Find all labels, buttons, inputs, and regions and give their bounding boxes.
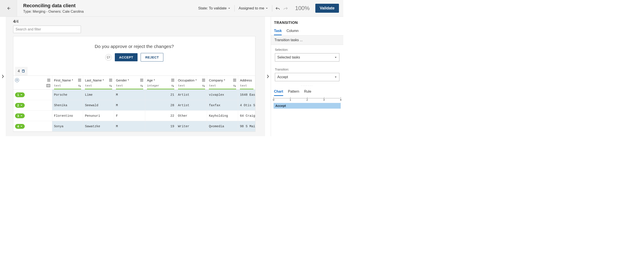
tab-pattern[interactable]: Pattern: [288, 88, 299, 96]
top-bar: Reconciling data client Type: Merging - …: [0, 0, 343, 17]
chevron-right-icon: [266, 74, 269, 79]
chevron-down-icon: [20, 115, 22, 117]
page-title: Reconciling data client: [23, 3, 194, 9]
chevron-down-icon: [20, 94, 22, 96]
chart-area: 0 1 2 3 4 Accept: [271, 96, 343, 109]
changes-card: Do you approve or reject the changes? AC…: [13, 36, 256, 132]
transition-dropdown[interactable]: Accept: [275, 73, 340, 81]
table-header: First_Name * text Last_Name * text Gende…: [13, 76, 255, 90]
sort-icon[interactable]: [109, 84, 112, 87]
chevron-down-icon: [20, 125, 22, 127]
row-count-tab[interactable]: 4: [15, 67, 28, 76]
copy-icon: [22, 69, 25, 73]
undo-icon[interactable]: [275, 6, 280, 10]
chevron-down-icon: [228, 7, 230, 10]
reject-button[interactable]: REJECT: [140, 53, 163, 62]
transition-label: Transition:: [275, 68, 340, 71]
column-menu-icon[interactable]: [202, 79, 205, 82]
transition-header: TRANSITION: [271, 17, 343, 26]
chevron-down-icon: [20, 104, 22, 106]
annotate-button[interactable]: [105, 54, 112, 61]
table-body: 1 Porsche Lime M 21 Artist vivaplex 1648…: [13, 90, 255, 132]
counter-current: 4: [13, 19, 15, 24]
left-expand-rail[interactable]: [0, 17, 6, 136]
table-row[interactable]: 1 Porsche Lime M 21 Artist vivaplex 1648…: [13, 90, 255, 100]
back-button[interactable]: [0, 0, 17, 17]
chevron-down-icon: [334, 76, 337, 78]
row-pill[interactable]: 3: [15, 113, 25, 118]
panel-resize-handle[interactable]: ╴╴╴╴╴╴╴: [271, 84, 343, 87]
table-row[interactable]: 3 Florentino Penunuri F 22 Other Kayhold…: [13, 111, 255, 121]
transition-subtitle: Transition tasks ...: [271, 36, 343, 45]
chart-bar-accept[interactable]: Accept: [274, 103, 341, 109]
data-table: First_Name * text Last_Name * text Gende…: [13, 76, 255, 132]
record-counter: 4/4: [13, 17, 265, 26]
chevron-down-icon: [16, 79, 18, 81]
row-number-header: [13, 76, 52, 89]
selection-dropdown[interactable]: Selected tasks: [275, 53, 340, 62]
main-area: 4/4 Do you approve or reject the changes…: [0, 17, 343, 136]
col-age[interactable]: Age * integer: [145, 76, 176, 89]
tab-chart[interactable]: Chart: [274, 88, 283, 96]
selection-section: Selection: Selected tasks: [271, 45, 343, 65]
count-tab-wrap: 4: [13, 67, 255, 76]
sort-icon[interactable]: [233, 84, 236, 87]
state-dropdown[interactable]: State: To validate: [194, 0, 234, 17]
zoom-level[interactable]: 100%: [291, 0, 314, 17]
tab-rule[interactable]: Rule: [304, 88, 311, 96]
validate-button[interactable]: Validate: [315, 4, 339, 13]
transition-tabs: Task Column: [271, 26, 343, 36]
col-first-name[interactable]: First_Name * text: [52, 76, 83, 89]
column-menu-icon[interactable]: [233, 79, 236, 82]
top-right-controls: State: To validate Assigned to me 100% V…: [194, 0, 343, 17]
transition-panel: TRANSITION Task Column Transition tasks …: [271, 17, 343, 136]
table-row[interactable]: 2 Shenika Seewald M 28 Artist faxfax 4 O…: [13, 100, 255, 111]
center-pane: 4/4 Do you approve or reject the changes…: [6, 17, 265, 136]
column-menu-icon[interactable]: [109, 79, 112, 82]
search-input[interactable]: [13, 26, 81, 33]
right-expand-rail[interactable]: [265, 17, 271, 136]
state-label: State: To validate: [198, 6, 226, 11]
col-company[interactable]: Company * text: [207, 76, 238, 89]
column-picker-icon[interactable]: [46, 84, 50, 87]
col-occupation[interactable]: Occupation * text: [176, 76, 207, 89]
row-count-value: 4: [18, 69, 20, 73]
col-last-name[interactable]: Last_Name * text: [83, 76, 114, 89]
selection-label: Selection:: [275, 48, 340, 52]
assigned-label: Assigned to me: [238, 6, 264, 11]
counter-total: /4: [15, 19, 18, 24]
viz-tabs: Chart Pattern Rule: [271, 87, 343, 96]
column-menu-icon[interactable]: [171, 79, 174, 82]
row-pill[interactable]: 1: [15, 92, 25, 97]
sort-icon[interactable]: [202, 84, 205, 87]
row-pill[interactable]: 2: [15, 103, 25, 108]
chevron-right-icon: [2, 74, 4, 79]
chart-x-axis: 0 1 2 3 4: [274, 98, 341, 103]
title-block: Reconciling data client Type: Merging - …: [17, 0, 194, 17]
col-gender[interactable]: Gender * text: [114, 76, 145, 89]
row-pill[interactable]: 4: [15, 124, 25, 129]
sort-icon[interactable]: [140, 84, 143, 87]
column-menu-icon[interactable]: [47, 79, 50, 82]
expand-all-toggle[interactable]: [15, 78, 19, 82]
accept-button[interactable]: ACCEPT: [115, 53, 138, 61]
tab-column[interactable]: Column: [286, 27, 298, 35]
sort-icon[interactable]: [78, 84, 81, 87]
chevron-down-icon: [266, 7, 268, 10]
search-wrap: [13, 26, 265, 36]
page-subtitle: Type: Merging - Owners: Cale Carolina: [23, 10, 194, 14]
prompt-actions: ACCEPT REJECT: [13, 53, 255, 62]
table-row[interactable]: 4 Sonya Sawatzke M 19 Writer Qvomedia 98…: [13, 121, 255, 132]
undo-redo-group: [272, 6, 291, 10]
column-menu-icon[interactable]: [140, 79, 143, 82]
arrow-left-icon: [6, 6, 11, 11]
tab-task[interactable]: Task: [274, 27, 282, 35]
col-address[interactable]: Address text: [238, 76, 255, 89]
prompt-block: Do you approve or reject the changes? AC…: [13, 36, 255, 67]
assigned-dropdown[interactable]: Assigned to me: [235, 0, 272, 17]
column-menu-icon[interactable]: [78, 79, 81, 82]
prompt-text: Do you approve or reject the changes?: [13, 44, 255, 49]
redo-icon[interactable]: [283, 6, 288, 10]
transition-section: Transition: Accept: [271, 65, 343, 84]
sort-icon[interactable]: [171, 84, 174, 87]
